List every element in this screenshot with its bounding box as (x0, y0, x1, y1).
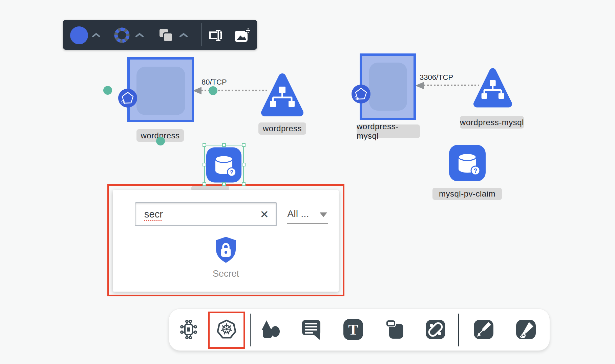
toolbar-divider (250, 314, 251, 346)
selection-handle[interactable] (203, 143, 206, 147)
duplicate-icon[interactable] (158, 28, 173, 43)
network-chip-tool-icon[interactable] (178, 319, 199, 340)
edge-label: 3306/TCP (420, 73, 453, 82)
selection-handle[interactable] (203, 163, 206, 166)
connector-dot[interactable] (103, 86, 112, 95)
chevron-up-icon[interactable] (179, 33, 188, 37)
deployment-wordpress[interactable] (127, 57, 194, 122)
service-wordpress-mysql[interactable] (473, 65, 512, 111)
fill-color-icon[interactable] (70, 26, 88, 44)
popup-highlight-frame (107, 184, 344, 296)
selection-handle[interactable] (242, 143, 246, 147)
signature-pen-tool-icon[interactable] (516, 320, 536, 339)
shapes-tool-icon[interactable] (261, 319, 281, 340)
node-label[interactable]: wordpress-mysql (460, 116, 524, 129)
node-label[interactable]: wordpress-mysql (357, 124, 420, 138)
add-image-icon[interactable] (234, 28, 251, 43)
chevron-up-icon[interactable] (135, 33, 144, 37)
pvc-mysql-pv-claim[interactable]: ? (449, 145, 486, 181)
text-tool-icon[interactable]: T (343, 319, 363, 340)
pod-area (369, 63, 407, 111)
link-tool-icon[interactable] (426, 320, 445, 339)
connector-dot[interactable] (209, 86, 217, 95)
edge-label: 80/TCP (202, 78, 227, 87)
rename-icon[interactable] (207, 29, 223, 42)
node-label[interactable]: mysql-pv-claim (432, 188, 502, 200)
stroke-style-icon[interactable] (112, 26, 131, 45)
selection-handle[interactable] (222, 143, 226, 147)
comment-tool-icon[interactable] (301, 319, 321, 340)
canvas[interactable]: { "colors": { "accent_blue": "#3B6CE5", … (0, 0, 615, 364)
pod-badge-icon[interactable] (118, 89, 137, 108)
arrowhead-left-icon (415, 82, 424, 89)
connector-dot[interactable] (156, 137, 165, 145)
selection-handle[interactable] (242, 163, 246, 166)
selection-handle[interactable] (222, 182, 226, 186)
selection-handle[interactable] (203, 182, 206, 186)
svg-text:T: T (348, 321, 358, 338)
selection-handle[interactable] (242, 182, 246, 186)
node-label[interactable]: wordpress (258, 122, 306, 135)
toolbar-divider (458, 314, 459, 346)
active-tool-frame (208, 312, 245, 349)
service-wordpress[interactable] (261, 72, 304, 117)
edge-line-mysql[interactable] (424, 85, 479, 86)
toolbar-divider (201, 23, 202, 46)
chevron-up-icon[interactable] (92, 33, 100, 37)
svg-text:?: ? (474, 167, 478, 174)
selection-box[interactable] (204, 145, 244, 184)
pod-area (136, 67, 185, 115)
knife-pen-tool-icon[interactable] (474, 320, 493, 339)
pod-badge-icon[interactable] (352, 85, 370, 104)
frame-tool-icon[interactable] (385, 319, 406, 340)
style-toolbar (63, 20, 257, 50)
